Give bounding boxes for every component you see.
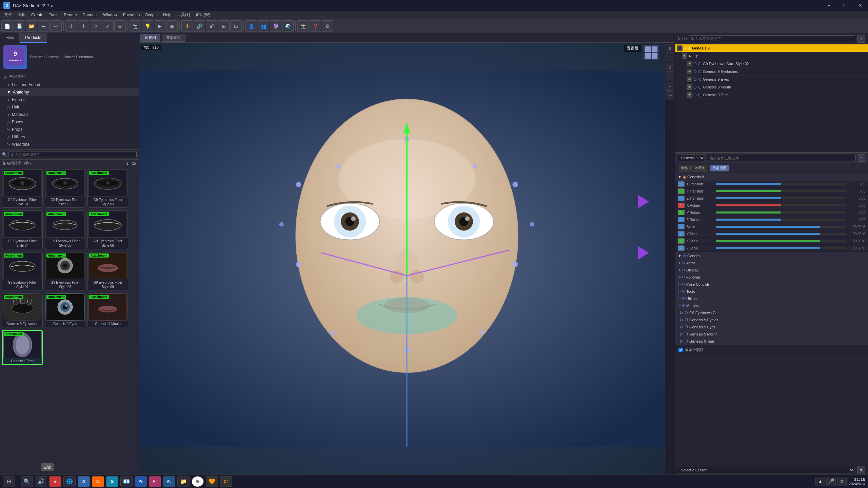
params-eyebrows-header[interactable]: ▷⬡ G9 Eyebrows Car	[675, 309, 868, 316]
filter-current[interactable]: 目前使用	[710, 165, 729, 171]
toolbar-brush[interactable]: 🖌	[206, 20, 217, 32]
toolbar-attract[interactable]: 🔮	[270, 20, 281, 32]
filter-all[interactable]: 全部	[678, 165, 691, 171]
toolbar-joint[interactable]: 🔗	[194, 20, 205, 32]
scene-node-eyebrows[interactable]: 👁 ⬡ ⬡ G9 Eyebrows Card Style 02	[675, 60, 868, 68]
tree-materials[interactable]: ▷ Materials	[0, 111, 139, 118]
vp-tool-1[interactable]: ⊕	[666, 44, 674, 53]
z-rotate-lock[interactable]: ↻	[678, 217, 685, 222]
toolbar-drape[interactable]: 🌊	[282, 20, 294, 32]
grid-item-eyebrow07[interactable]: Attachment G9 Eyebrows Fiber Style 07	[2, 252, 43, 290]
y-rotate-slider[interactable]	[716, 211, 846, 214]
tree-wardrobe[interactable]: ▷ Wardrobe	[0, 141, 139, 148]
z-translate-slider[interactable]	[716, 197, 846, 199]
params-eyes-header[interactable]: ▷⬡ Genesis 9 Eyes	[675, 323, 868, 330]
viewport-3d[interactable]: 700 : 910 透视图	[139, 43, 675, 474]
params-search-input[interactable]	[707, 155, 856, 161]
tree-figures[interactable]: ▷ Figures	[0, 96, 139, 103]
minimize-button[interactable]: −	[821, 0, 837, 11]
filter-favorite[interactable]: 收藏夹	[692, 165, 708, 171]
scale-slider[interactable]	[716, 226, 846, 228]
search-input[interactable]	[8, 151, 137, 158]
taskbar-daz[interactable]: D	[78, 476, 90, 487]
tree-anatomy[interactable]: ▼ Anatomy	[0, 88, 139, 96]
visibility-eyebrows[interactable]: 👁	[687, 61, 692, 66]
tree-poses[interactable]: ▷ Poses	[0, 118, 139, 126]
toolbar-screenshot[interactable]: 📸	[297, 20, 309, 32]
menu-file[interactable]: 文件	[1, 11, 15, 18]
params-tear-header[interactable]: ▷⬡ Genesis 9 Tear	[675, 338, 868, 345]
params-mouth-header[interactable]: ▷⬡ Genesis 9 Mouth	[675, 330, 868, 338]
taskbar-chrome[interactable]	[192, 476, 204, 487]
grid-item-eyebrow01[interactable]: Attachment G9 Eyebrows Fiber Style 01	[2, 169, 43, 208]
z-scale-slider[interactable]	[716, 247, 846, 249]
taskbar-speaker[interactable]: 🔊	[35, 476, 47, 487]
grid-item-eyelashes[interactable]: Attachment Genesis 9 E	[2, 293, 43, 327]
scene-node-mouth-scene[interactable]: 👁 ⬡ ⬡ Genesis 9 Mouth	[675, 83, 868, 91]
menu-edit[interactable]: 编辑	[15, 11, 28, 18]
toolbar-undo[interactable]: ↩	[50, 20, 62, 32]
x-scale-slider[interactable]	[716, 233, 846, 235]
taskbar-ai[interactable]: Ai	[92, 476, 104, 487]
menu-tools-cn[interactable]: 工具(T)	[174, 11, 193, 18]
toolbar-figure[interactable]: 👤	[245, 20, 257, 32]
params-morphs-header[interactable]: ▷⊙ Morphs	[675, 302, 868, 309]
grid-item-eyebrow08[interactable]: Attachment G9 Eyebrows Fiber Style 08	[45, 252, 85, 290]
params-node-selector[interactable]: Genesis 9	[678, 155, 705, 161]
viewport-tab-perspective[interactable]: 透视图	[140, 34, 160, 42]
toolbar-scale[interactable]: ⤢	[102, 20, 114, 32]
taskbar-folder[interactable]: 📁	[177, 476, 190, 487]
scale-lock[interactable]: ⤢	[678, 224, 685, 229]
params-display-header[interactable]: ▷⊙ Display	[675, 266, 868, 273]
y-scale-slider[interactable]	[716, 240, 846, 242]
toolbar-render-btn[interactable]: ▶	[154, 20, 165, 32]
visibility-genesis9[interactable]: 👁	[677, 45, 683, 51]
toolbar-new[interactable]: 📄	[1, 20, 13, 32]
visibility-eyelashes[interactable]: 👁	[687, 69, 692, 74]
lesson-selector[interactable]: Select a Lesson...	[678, 467, 854, 473]
params-follower-header[interactable]: ▷⊙ Follower	[675, 273, 868, 281]
maximize-button[interactable]: □	[837, 0, 852, 11]
taskbar-browser[interactable]: 🌐	[63, 476, 76, 487]
toolbar-camera[interactable]: 📷	[130, 20, 141, 32]
y-rotate-lock[interactable]: ↻	[678, 210, 685, 215]
x-rotate-slider[interactable]	[716, 204, 846, 206]
viewport-tab-camera[interactable]: 直播相机	[162, 34, 185, 42]
close-button[interactable]: ✕	[852, 0, 868, 11]
taskbar-s[interactable]: S	[106, 476, 118, 487]
toolbar-light[interactable]: 💡	[142, 20, 153, 32]
y-scale-lock[interactable]: ⤢	[678, 238, 685, 244]
grid-item-eyebrow05[interactable]: Attachment G9 Eyebrows Fiber Style 05	[45, 210, 85, 249]
grid-item-eyebrow06[interactable]: Attachment G9 Eyebrows Fiber Style 06	[87, 210, 128, 249]
taskbar-email[interactable]: 📧	[120, 476, 133, 487]
toolbar-settings[interactable]: ⚙	[322, 20, 333, 32]
params-tools-header[interactable]: ▷⊙ Tools	[675, 288, 868, 295]
taskbar-pr[interactable]: Pr	[149, 476, 161, 487]
grid-item-eyebrow02[interactable]: Attachment G9 Eyebrows Fiber Style 02	[45, 169, 85, 208]
taskbar-red[interactable]: ●	[49, 476, 61, 487]
toolbar-help-btn[interactable]: ❓	[310, 20, 321, 32]
grid-item-eyebrow03[interactable]: Attachment G9 Eyebrows Fiber Style 03	[87, 169, 128, 208]
scene-node-eyelashes[interactable]: 👁 ⬡ ⬡ Genesis 9 Eyelashes	[675, 68, 868, 76]
tree-all-files[interactable]: ▷ 全部文件	[0, 73, 139, 81]
menu-window[interactable]: Window	[100, 12, 120, 18]
params-actor-header[interactable]: ▷⊙ Actor	[675, 259, 868, 266]
vp-tool-3[interactable]: ⊙	[666, 63, 674, 72]
tab-products[interactable]: Products	[20, 33, 47, 43]
toolbar-universal[interactable]: ⊕	[114, 20, 126, 32]
grid-item-tear[interactable]: Attachment Genesis 9 Tear	[2, 330, 43, 365]
taskbar-lang[interactable]: 英	[837, 477, 847, 486]
toolbar-open[interactable]: 📂	[26, 20, 37, 32]
menu-render[interactable]: Render	[61, 12, 80, 18]
taskbar-blender[interactable]: 🧡	[206, 476, 218, 487]
vp-tool-5[interactable]: ↔	[666, 82, 674, 91]
menu-create[interactable]: Create	[28, 12, 46, 18]
vp-tool-4[interactable]: ↕	[666, 73, 674, 81]
tree-props[interactable]: ▷ Props	[0, 126, 139, 133]
taskbar-search[interactable]: 🔍	[21, 476, 33, 487]
menu-connect[interactable]: Connect	[80, 12, 100, 18]
taskbar-cinema[interactable]: C4	[220, 476, 232, 487]
params-utilities-header[interactable]: ▷⊙ Utilities	[675, 295, 868, 302]
visibility-mouth[interactable]: 👁	[687, 84, 692, 90]
taskbar-sysicon-1[interactable]: ▲	[815, 477, 825, 486]
